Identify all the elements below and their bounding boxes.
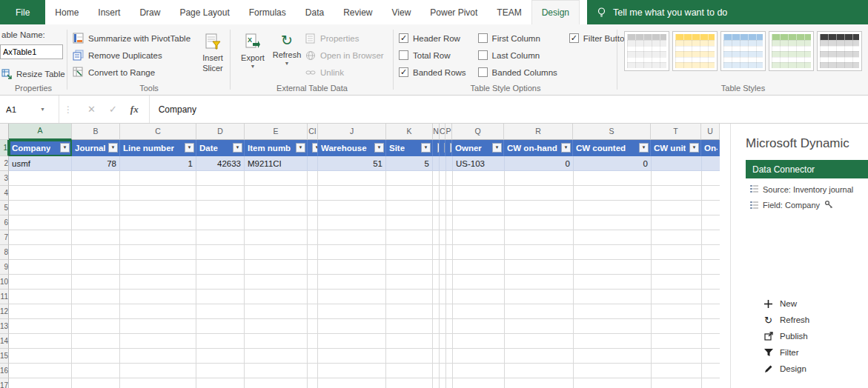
cell-P10[interactable] [446,275,453,290]
table-header-cell-journal[interactable]: Journal▼ [72,140,120,156]
cell-J11[interactable] [318,290,386,304]
table-header-cell-ci[interactable]: ▼ [308,140,318,156]
cell-CI15[interactable] [308,349,318,364]
cell-E17[interactable] [245,378,308,388]
cell-T9[interactable] [652,260,702,275]
cell-A14[interactable] [9,334,72,349]
column-header-K[interactable]: K [386,124,433,140]
cell-U7[interactable] [702,230,720,245]
cell-R6[interactable] [505,215,574,230]
cell-CI17[interactable] [308,378,318,388]
cell-K7[interactable] [386,230,433,245]
cell-S14[interactable] [574,334,652,349]
table-header-cell-n[interactable]: ▼ [433,140,440,156]
cell-C13[interactable] [120,319,196,334]
cell-T16[interactable] [652,364,702,378]
table-properties-button[interactable]: Properties [305,30,384,47]
convert-to-range-button[interactable]: Convert to Range [73,64,191,81]
cell-J15[interactable] [318,349,386,364]
checkbox-header-row[interactable]: ✓Header Row [399,30,466,47]
cell-E7[interactable] [245,230,308,245]
table-header-cell-owner[interactable]: Owner▼ [452,140,504,156]
cell-E5[interactable] [245,201,308,215]
cell-P5[interactable] [446,201,453,215]
cell-K14[interactable] [386,334,433,349]
cell-C8[interactable] [440,245,446,260]
name-box-dropdown-icon[interactable]: ▼ [40,107,45,112]
cell-N4[interactable] [433,186,440,201]
cell-Q7[interactable] [453,230,505,245]
cell-D5[interactable] [196,201,245,215]
cell-D2[interactable]: 42633 [196,156,245,171]
cell-C16[interactable] [120,364,196,378]
cell-C10[interactable] [440,275,446,290]
cell-A6[interactable] [9,215,72,230]
column-filter-button[interactable]: ▼ [689,143,699,153]
table-header-cell-on-[interactable]: On- [701,140,720,156]
cell-R5[interactable] [505,201,574,215]
column-filter-button[interactable]: ▼ [561,143,571,153]
tab-formulas[interactable]: Formulas [239,0,296,24]
cell-B7[interactable] [72,230,120,245]
insert-function-icon[interactable]: fx [130,104,139,116]
cell-J9[interactable] [318,260,386,275]
cell-N7[interactable] [433,230,440,245]
column-header-S[interactable]: S [573,124,651,140]
cell-C6[interactable] [120,215,196,230]
cell-J6[interactable] [318,215,386,230]
cell-Q16[interactable] [453,364,505,378]
cell-P2[interactable] [446,156,453,171]
cell-CI4[interactable] [308,186,318,201]
cell-D10[interactable] [196,275,245,290]
cell-CI5[interactable] [308,201,318,215]
table-style-blue[interactable] [720,31,766,71]
refresh-button[interactable]: ↻ Refresh ▼ [270,27,304,66]
cell-D3[interactable] [196,171,245,186]
cell-J14[interactable] [318,334,386,349]
cell-U15[interactable] [702,349,720,364]
cell-J8[interactable] [318,245,386,260]
cell-J16[interactable] [318,364,386,378]
cell-C2[interactable] [440,156,446,171]
cell-C11[interactable] [440,290,446,304]
cell-C12[interactable] [120,304,196,319]
column-header-C[interactable]: C [440,124,445,140]
cell-P15[interactable] [446,349,453,364]
cell-E11[interactable] [245,290,308,304]
cell-Q2[interactable]: US-103 [453,156,505,171]
cell-E2[interactable]: M9211CI [245,156,308,171]
cell-J12[interactable] [318,304,386,319]
cell-CI13[interactable] [308,319,318,334]
cell-P13[interactable] [446,319,453,334]
cell-T13[interactable] [652,319,702,334]
cell-C3[interactable] [120,171,196,186]
cell-Q4[interactable] [453,186,505,201]
cell-N12[interactable] [433,304,440,319]
cell-C14[interactable] [440,334,446,349]
cell-P9[interactable] [446,260,453,275]
column-header-CI[interactable]: CI [308,124,318,140]
checkbox-last-column[interactable]: Last Column [478,47,557,64]
cell-R12[interactable] [505,304,574,319]
remove-duplicates-button[interactable]: Remove Duplicates [73,47,191,64]
cell-A2[interactable]: usmf [9,156,72,171]
cell-R15[interactable] [505,349,574,364]
cell-Q15[interactable] [453,349,505,364]
cell-CI6[interactable] [308,215,318,230]
table-header-cell-cw-counted[interactable]: CW counted▼ [573,140,651,156]
cell-C4[interactable] [440,186,446,201]
cell-D8[interactable] [196,245,245,260]
cell-K17[interactable] [386,378,433,388]
tab-page-layout[interactable]: Page Layout [170,0,239,24]
cell-CI7[interactable] [308,230,318,245]
cell-D15[interactable] [196,349,245,364]
cell-E3[interactable] [245,171,308,186]
row-header-5[interactable]: 5 [0,201,9,215]
table-style-dark[interactable] [817,31,862,71]
cell-Q10[interactable] [453,275,505,290]
summarize-with-pivottable-button[interactable]: Summarize with PivotTable [73,30,191,47]
column-filter-button[interactable]: ▼ [374,143,384,153]
column-header-A[interactable]: A [9,124,72,140]
column-filter-button[interactable]: ▼ [185,143,194,153]
cell-A16[interactable] [9,364,72,378]
